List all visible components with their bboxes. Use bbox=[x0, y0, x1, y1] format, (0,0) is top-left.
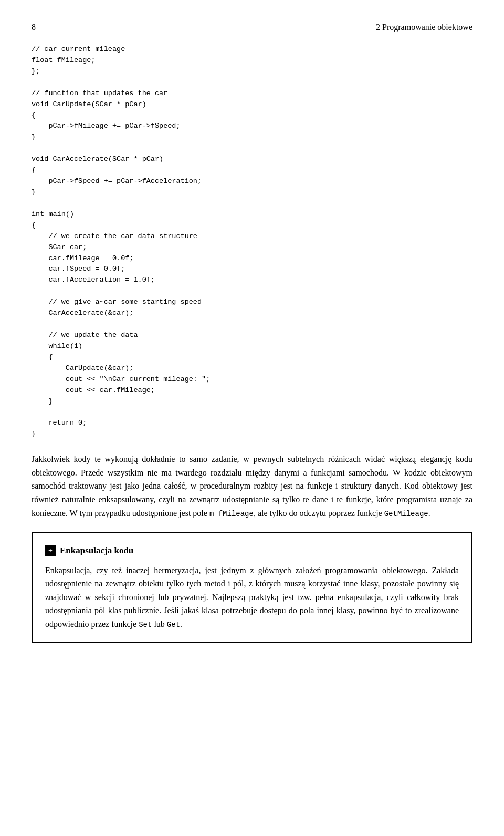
info-box-title-text: Enkapsulacja kodu bbox=[60, 544, 133, 558]
inline-code-getmileage: GetMileage bbox=[384, 510, 428, 518]
page-header: 8 2 Programowanie obiektowe bbox=[32, 21, 472, 34]
info-box-body: Enkapsulacja, czy też inaczej hermetyzac… bbox=[45, 564, 459, 631]
info-box-icon: + bbox=[45, 545, 56, 556]
prose-text-1: Jakkolwiek kody te wykonują dokładnie to… bbox=[32, 455, 472, 517]
info-box-enkapsulacja: + Enkapsulacja kodu Enkapsulacja, czy te… bbox=[32, 532, 472, 642]
chapter-title: 2 Programowanie obiektowe bbox=[376, 21, 472, 34]
code-block: // car current mileage float fMileage; }… bbox=[32, 44, 472, 440]
inline-code-set: Set bbox=[139, 621, 152, 629]
prose-paragraph-1: Jakkolwiek kody te wykonują dokładnie to… bbox=[32, 452, 472, 520]
info-box-paragraph: Enkapsulacja, czy też inaczej hermetyzac… bbox=[45, 564, 459, 631]
inline-code-get: Get bbox=[167, 621, 180, 629]
inline-code-mfmileage: m_fMileage bbox=[209, 510, 254, 518]
code-content: // car current mileage float fMileage; }… bbox=[32, 45, 210, 438]
info-box-title: + Enkapsulacja kodu bbox=[45, 544, 459, 558]
page-number: 8 bbox=[32, 21, 36, 34]
